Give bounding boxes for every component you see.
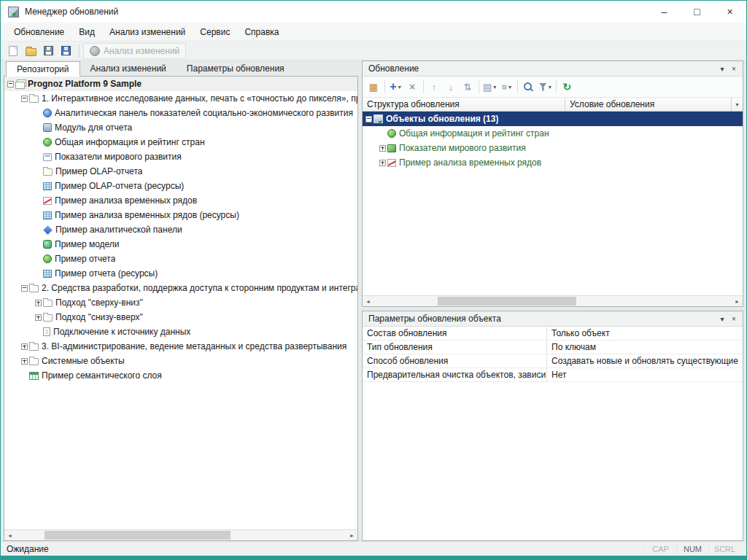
scroll-track[interactable]: [15, 530, 347, 540]
tree-row[interactable]: Пример модели: [4, 237, 357, 252]
menu-item[interactable]: Анализ изменений: [102, 24, 193, 40]
column-dropdown-button[interactable]: ▾: [731, 98, 743, 111]
param-row[interactable]: Состав обновления Только объект: [363, 327, 743, 341]
tree-row[interactable]: Аналитическая панель показателей социаль…: [4, 106, 357, 120]
refresh-icon: ↻: [562, 82, 571, 92]
tree-row[interactable]: Показатели мирового развития: [363, 141, 743, 155]
delete-object-button[interactable]: ×: [404, 79, 420, 95]
menu-item[interactable]: Справка: [237, 24, 286, 40]
item-label: Пример анализа временных рядов (ресурсы): [55, 210, 239, 220]
column-condition[interactable]: Условие обновления: [565, 98, 731, 111]
expander-icon[interactable]: [379, 160, 386, 166]
tab-анализ-изменений[interactable]: Анализ изменений: [80, 61, 177, 76]
sort-button[interactable]: ≡▾: [498, 79, 514, 95]
save-button[interactable]: [40, 43, 56, 59]
menu-item[interactable]: Обновление: [7, 24, 71, 40]
save-all-button[interactable]: [58, 43, 74, 59]
scroll-thumb[interactable]: [44, 531, 231, 540]
app-icon: [8, 7, 19, 18]
tree-row[interactable]: Prognoz Platform 9 Sample: [4, 77, 357, 91]
param-row[interactable]: Способ обновления Создавать новые и обно…: [363, 354, 743, 368]
filter-button[interactable]: ▾: [537, 79, 553, 95]
open-button[interactable]: [23, 43, 39, 59]
scroll-thumb[interactable]: [438, 297, 576, 306]
repository-hscrollbar[interactable]: ◄ ►: [4, 529, 357, 540]
tree-row[interactable]: Пример отчета (ресурсы): [4, 266, 357, 281]
tree-row[interactable]: Пример аналитической панели: [4, 222, 357, 237]
expander-icon[interactable]: [35, 300, 42, 306]
item-label: Пример аналитической панели: [55, 225, 182, 235]
update-hscrollbar[interactable]: ◄ ►: [363, 295, 743, 306]
analysis-button[interactable]: Анализ изменений: [83, 43, 186, 59]
indent: [7, 303, 35, 303]
tree-row[interactable]: Системные объекты: [4, 354, 357, 368]
move-down-button[interactable]: ↓: [443, 79, 459, 95]
view-mode-button[interactable]: ▤▾: [481, 79, 498, 95]
item-label: Общая информация и рейтинг стран: [399, 128, 549, 139]
scroll-left-button[interactable]: ◄: [4, 530, 15, 540]
expander-icon[interactable]: [379, 145, 386, 152]
menu-item[interactable]: Вид: [71, 24, 102, 40]
minimize-button[interactable]: –: [648, 1, 681, 23]
expander-icon[interactable]: [35, 314, 42, 321]
item-label: Объекты обновления (13): [386, 114, 498, 124]
expander-icon[interactable]: [365, 116, 372, 122]
panel-menu-button[interactable]: ▾: [716, 315, 728, 323]
scroll-right-button[interactable]: ►: [732, 296, 743, 306]
create-update-button[interactable]: ▦: [365, 79, 382, 95]
tree-row[interactable]: 1. Интерактивное исследование данных, пе…: [4, 91, 357, 106]
globe-icon: [43, 254, 52, 263]
left-panel: РепозиторийАнализ измененийПараметры обн…: [4, 61, 358, 541]
new-button[interactable]: [5, 43, 21, 59]
add-object-button[interactable]: +▾: [387, 79, 403, 95]
param-row[interactable]: Тип обновления По ключам: [363, 341, 743, 354]
expander-icon[interactable]: [21, 285, 28, 292]
tree-row[interactable]: Общая информация и рейтинг стран: [363, 126, 743, 141]
scroll-right-button[interactable]: ►: [347, 530, 357, 540]
tree-row[interactable]: Пример OLAP-отчета (ресурсы): [4, 179, 357, 193]
tree-row[interactable]: Пример семантического слоя: [4, 368, 357, 383]
tree-row[interactable]: Пример анализа временных рядов: [4, 193, 357, 208]
column-structure[interactable]: Структура обновления: [363, 98, 565, 111]
tab-репозиторий[interactable]: Репозиторий: [6, 61, 80, 77]
expander-icon[interactable]: [21, 358, 28, 365]
search-button[interactable]: [520, 79, 536, 95]
expander-icon[interactable]: [7, 81, 14, 88]
panel-close-button[interactable]: ×: [728, 315, 740, 323]
scroll-track[interactable]: [374, 296, 732, 306]
panel-close-button[interactable]: ×: [728, 65, 740, 73]
expander-icon[interactable]: [21, 343, 28, 350]
tree-row[interactable]: Пример отчета: [4, 252, 357, 266]
item-label: Пример анализа временных рядов: [55, 195, 197, 206]
tab-параметры-обновления[interactable]: Параметры обновления: [177, 61, 295, 76]
refresh-button[interactable]: ↻: [559, 79, 575, 95]
tree-row[interactable]: Общая информация и рейтинг стран: [4, 135, 357, 149]
globe-icon: [387, 129, 396, 138]
reorder-button[interactable]: ⇅: [460, 79, 476, 95]
indent: [7, 171, 35, 172]
tree-row[interactable]: 3. BI-администрирование, ведение метадан…: [4, 339, 357, 354]
caret-down-icon: ▾: [508, 84, 511, 90]
tree-row[interactable]: Объекты обновления (13): [363, 112, 743, 126]
tree-row[interactable]: Пример OLAP-отчета: [4, 164, 357, 179]
tree-row[interactable]: Показатели мирового развития: [4, 149, 357, 164]
property-grid: Состав обновления Только объект Тип обно…: [363, 327, 743, 540]
tree-row[interactable]: 2. Средства разработки, поддержка доступ…: [4, 281, 357, 295]
scroll-left-button[interactable]: ◄: [363, 296, 374, 306]
tree-row[interactable]: Подключение к источнику данных: [4, 324, 357, 339]
expander-icon[interactable]: [21, 96, 28, 102]
indent: [7, 128, 35, 128]
maximize-button[interactable]: □: [681, 1, 713, 23]
move-up-button[interactable]: ↑: [426, 79, 442, 95]
close-button[interactable]: ×: [713, 1, 746, 23]
tree-row[interactable]: Пример анализа временных рядов (ресурсы): [4, 208, 357, 222]
save-icon: [44, 46, 53, 55]
param-name: Способ обновления: [363, 354, 547, 368]
tree-row[interactable]: Пример анализа временных рядов: [363, 155, 743, 170]
menu-item[interactable]: Сервис: [193, 24, 237, 40]
tree-row[interactable]: Модуль для отчета: [4, 120, 357, 135]
tree-row[interactable]: Подход "снизу-вверх": [4, 310, 357, 324]
tree-row[interactable]: Подход "сверху-вниз": [4, 295, 357, 310]
param-row[interactable]: Предварительная очистка объектов, зависи…: [363, 368, 743, 382]
panel-menu-button[interactable]: ▾: [716, 65, 728, 73]
